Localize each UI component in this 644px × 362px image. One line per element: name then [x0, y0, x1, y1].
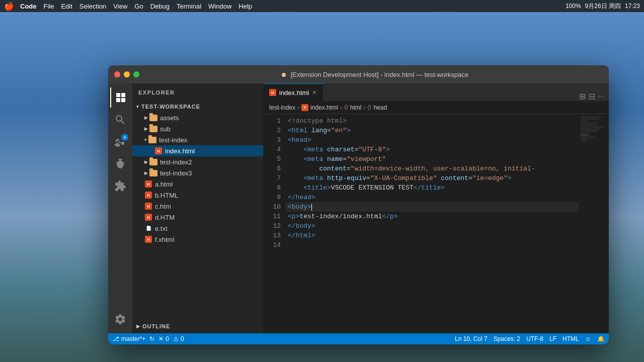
line-numbers: 1 2 3 4 5 6 7 8 9 10 11 12 13 14: [263, 114, 286, 333]
sidebar-item-index-html[interactable]: H index.html: [132, 145, 263, 156]
menubar-items: File Edit Selection View Go Debug Termin…: [44, 3, 566, 10]
sidebar: EXPLORER ▾ TEST-WORKSPACE ▶ assets ▶: [132, 83, 263, 333]
tab-bar: H index.html ✕ ⊞ ⊟ ···: [263, 83, 609, 101]
editor-area: H index.html ✕ ⊞ ⊟ ··· test-index › H i: [263, 83, 609, 333]
error-count[interactable]: ✕ 0 ⚠ 0: [158, 335, 184, 342]
debug-icon[interactable]: [110, 154, 130, 174]
tree-item-label: c.htm: [155, 203, 171, 210]
apple-menu[interactable]: 🍎: [4, 2, 14, 11]
menu-go[interactable]: Go: [134, 3, 143, 10]
tree-item-label: a.html: [155, 180, 173, 188]
indentation[interactable]: Spaces: 2: [494, 335, 520, 342]
sidebar-item-test-index[interactable]: ▾ test-index: [132, 134, 263, 145]
html-file-icon: H: [154, 147, 163, 155]
breadcrumb-file[interactable]: index.html: [310, 104, 338, 111]
maximize-button[interactable]: [133, 71, 139, 77]
warning-number: 0: [181, 335, 184, 342]
git-branch[interactable]: ⎇ master*+: [112, 335, 145, 342]
code-line: </body>: [286, 221, 579, 231]
language-mode[interactable]: HTML: [562, 335, 579, 342]
sidebar-item-a-html[interactable]: H a.html: [132, 178, 263, 190]
split-editor-icon[interactable]: ⊞: [579, 92, 586, 101]
menu-help[interactable]: Help: [238, 3, 252, 10]
smiley-icon[interactable]: ☺: [585, 335, 591, 342]
git-branch-name: master*+: [121, 335, 145, 342]
sidebar-item-d-htm[interactable]: H d.HTM: [132, 212, 263, 223]
sidebar-content: ▾ TEST-WORKSPACE ▶ assets ▶ sub: [132, 101, 263, 319]
error-icon: ✕: [158, 335, 164, 342]
menubar: 🍎 Code File Edit Selection View Go Debug…: [0, 0, 644, 12]
more-actions-icon[interactable]: ···: [598, 92, 605, 101]
notification-icon[interactable]: 🔔: [597, 335, 605, 342]
breadcrumb-separator: ›: [363, 104, 365, 111]
code-editor[interactable]: <!doctype html> <html lang="en"> <head> …: [286, 114, 579, 333]
breadcrumb-file-icon: H: [301, 104, 308, 111]
sidebar-item-b-html[interactable]: H b.HTML: [132, 190, 263, 201]
folder-icon: [149, 126, 157, 132]
tab-close-button[interactable]: ✕: [312, 89, 317, 96]
menu-debug[interactable]: Debug: [150, 3, 170, 10]
outline-section[interactable]: ▶ OUTLINE: [132, 319, 263, 333]
menubar-right: 100% 9月26日 周四 17:23: [566, 2, 640, 11]
code-line: <html lang="en">: [286, 126, 579, 135]
workspace-section[interactable]: ▾ TEST-WORKSPACE: [132, 101, 263, 112]
folder-icon: [149, 159, 157, 165]
code-line: <p>test-index/index.html</p>: [286, 212, 579, 221]
menu-file[interactable]: File: [44, 3, 54, 10]
date-display: 9月26日 周四: [585, 2, 621, 11]
sidebar-item-f-xhtml[interactable]: H f.xhtml: [132, 234, 263, 245]
folder-icon: [149, 115, 157, 121]
code-line: content="width=device-width, user-scalab…: [286, 164, 579, 173]
toggle-panel-icon[interactable]: ⊟: [589, 92, 595, 101]
html-file-icon: H: [144, 180, 152, 188]
activity-bar: 4: [108, 83, 132, 333]
tree-item-label: f.xhtml: [155, 236, 174, 243]
code-line: <title>VSCODE EXTENSION TEST</title>: [286, 183, 579, 193]
minimize-button[interactable]: [124, 71, 130, 77]
file-encoding[interactable]: UTF-8: [526, 335, 543, 342]
extensions-icon[interactable]: [110, 176, 130, 196]
tree-item-label: test-index2: [160, 158, 192, 166]
sidebar-item-test-index3[interactable]: ▶ test-index3: [132, 167, 263, 178]
sidebar-item-test-index2[interactable]: ▶ test-index2: [132, 156, 263, 167]
breadcrumb-html[interactable]: html: [350, 104, 362, 111]
breadcrumb-head[interactable]: head: [373, 104, 387, 111]
breadcrumb-separator: ›: [297, 104, 299, 111]
line-endings[interactable]: LF: [549, 335, 556, 342]
sidebar-item-c-htm[interactable]: H c.htm: [132, 201, 263, 212]
close-button[interactable]: [114, 71, 120, 77]
minimap: [579, 114, 609, 333]
git-branch-icon: ⎇: [112, 335, 119, 342]
code-line: <meta http-equiv="X-UA-Compatible" conte…: [286, 173, 579, 183]
editor-content[interactable]: 1 2 3 4 5 6 7 8 9 10 11 12 13 14: [263, 114, 609, 333]
menu-view[interactable]: View: [113, 3, 127, 10]
sidebar-item-sub[interactable]: ▶ sub: [132, 123, 263, 134]
tab-file-icon: H: [269, 89, 276, 96]
breadcrumb-root[interactable]: test-index: [269, 104, 295, 111]
vscode-window: [Extension Development Host] - index.htm…: [108, 65, 609, 344]
sync-icon[interactable]: ↻: [149, 335, 154, 342]
menu-terminal[interactable]: Terminal: [177, 3, 201, 10]
tree-item-label: e.txt: [155, 225, 168, 232]
sidebar-item-e-txt[interactable]: 📄 e.txt: [132, 223, 263, 234]
cursor-position[interactable]: Ln 10, Col 7: [455, 335, 488, 342]
source-control-badge: 4: [121, 134, 128, 141]
sidebar-item-assets[interactable]: ▶ assets: [132, 112, 263, 123]
folder-icon: [148, 137, 156, 143]
settings-icon[interactable]: [110, 309, 130, 329]
explorer-icon[interactable]: [110, 87, 130, 108]
breadcrumb-tag-icon: ⟨⟩: [344, 104, 348, 111]
code-line: <meta charset="UTF-8">: [286, 145, 579, 154]
html-file-icon: H: [144, 235, 152, 243]
menu-selection[interactable]: Selection: [79, 3, 106, 10]
desktop: 🍎 Code File Edit Selection View Go Debug…: [0, 0, 644, 362]
tab-index-html[interactable]: H index.html ✕: [263, 83, 323, 101]
chevron-down-icon: ▾: [144, 137, 147, 142]
source-control-icon[interactable]: 4: [110, 132, 130, 152]
menu-window[interactable]: Window: [208, 3, 231, 10]
menu-edit[interactable]: Edit: [61, 3, 72, 10]
tree-item-label: test-index: [159, 136, 187, 144]
app-name[interactable]: Code: [20, 3, 37, 10]
search-icon[interactable]: [110, 110, 130, 130]
battery-status: 100%: [566, 3, 581, 10]
